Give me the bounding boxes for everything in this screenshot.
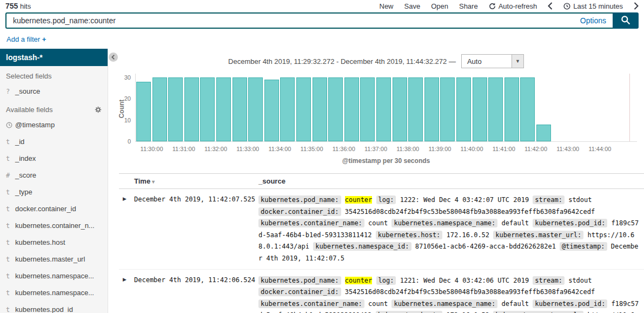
x-axis-tick-label: 11:33:00: [236, 146, 259, 152]
search-input[interactable]: [6, 16, 580, 25]
field-item-kubernetes.master_url[interactable]: tkubernetes.master_url: [0, 251, 108, 268]
top-nav: New Save Open Share Auto-refresh Last 15…: [380, 2, 639, 10]
field-key-badge: docker.container_id:: [258, 207, 341, 216]
gear-icon[interactable]: [95, 106, 102, 113]
histogram-bar[interactable]: [216, 77, 231, 141]
time-back-button[interactable]: [548, 2, 553, 10]
field-value: stdout: [568, 196, 592, 204]
x-axis-tick-label: 11:44:00: [588, 146, 611, 152]
field-item-kubernetes.pod_id[interactable]: tkubernetes.pod_id: [0, 301, 108, 313]
new-button[interactable]: New: [380, 2, 394, 10]
search-button[interactable]: [613, 12, 639, 29]
histogram-bar[interactable]: [536, 125, 551, 141]
field-item-_type[interactable]: t_type: [0, 184, 108, 200]
histogram-bar[interactable]: [296, 77, 311, 141]
time-picker-button[interactable]: Last 15 minutes: [563, 2, 623, 10]
open-button[interactable]: Open: [431, 2, 448, 10]
x-axis-tick-label: 11:37:00: [364, 146, 387, 152]
refresh-icon: [489, 3, 496, 10]
histogram-bar[interactable]: [504, 77, 519, 141]
field-item-kubernetes.namespace...[interactable]: tkubernetes.namespace...: [0, 284, 108, 301]
field-value: default: [502, 300, 529, 308]
field-item-kubernetes.namespace...[interactable]: tkubernetes.namespace...: [0, 268, 108, 284]
field-type-icon: t: [6, 205, 15, 213]
field-item-@timestamp[interactable]: @timestamp: [0, 116, 108, 133]
histogram-bar[interactable]: [520, 77, 535, 141]
field-type-icon: t: [6, 256, 15, 263]
add-filter-link[interactable]: Add a filter +: [6, 35, 46, 43]
field-type-icon: t: [6, 289, 15, 297]
field-key-badge: kubernetes.pod_name:: [258, 195, 341, 204]
field-key-badge: kubernetes.host:: [376, 231, 443, 239]
field-item-_score[interactable]: #_score: [0, 167, 108, 184]
x-axis-tick-label: 11:39:00: [428, 146, 451, 152]
field-name: docker.container_id: [15, 205, 76, 213]
field-type-icon: t: [6, 239, 15, 246]
save-button[interactable]: Save: [404, 2, 421, 10]
column-header-time[interactable]: Time▾: [134, 177, 258, 185]
options-link[interactable]: Options: [580, 16, 606, 25]
plus-icon: +: [42, 35, 47, 43]
field-value-highlighted: counter: [345, 196, 373, 204]
histogram-bar[interactable]: [393, 77, 407, 141]
x-axis-tick-label: 11:41:00: [493, 146, 515, 152]
field-value-highlighted: counter: [345, 277, 373, 284]
doc-table: Time▾ _source ▶December 4th 2019, 11:42:…: [119, 173, 644, 313]
time-forward-button[interactable]: [634, 2, 639, 10]
histogram-bar[interactable]: [200, 77, 215, 141]
field-value: 172.16.0.52: [447, 231, 489, 239]
x-axis-tick-label: 11:42:00: [525, 146, 547, 152]
field-value: 3542516d08cdb24f2b4f9c53be580048fb9a3088…: [345, 208, 595, 216]
histogram-bar[interactable]: [136, 82, 151, 141]
field-name: _source: [15, 87, 40, 95]
field-key-badge: kubernetes.host:: [376, 311, 443, 313]
histogram-bar[interactable]: [344, 77, 359, 141]
time-range-header: December 4th 2019, 11:29:32.272 - Decemb…: [228, 57, 456, 66]
index-pattern-selector[interactable]: logstash-*: [0, 49, 108, 66]
histogram-bar[interactable]: [440, 77, 455, 141]
available-fields-header: Available fields: [0, 100, 108, 116]
field-item-kubernetes.host[interactable]: tkubernetes.host: [0, 234, 108, 251]
expand-column-spacer: [119, 177, 134, 185]
histogram-bar[interactable]: [408, 77, 423, 141]
field-item-_id[interactable]: t_id: [0, 133, 108, 150]
auto-refresh-button[interactable]: Auto-refresh: [489, 2, 537, 10]
table-row: ▶December 4th 2019, 11:42:06.524kubernet…: [119, 270, 644, 313]
histogram-bar[interactable]: [264, 80, 279, 141]
field-item-_source[interactable]: ?_source: [0, 83, 108, 100]
histogram-bar[interactable]: [376, 77, 391, 141]
field-key-badge: log:: [376, 195, 396, 204]
expand-row-button[interactable]: ▶: [119, 275, 134, 313]
histogram-bar[interactable]: [488, 77, 503, 141]
histogram-bar[interactable]: [168, 77, 183, 141]
field-key-badge: kubernetes.master_url:: [493, 231, 583, 239]
interval-select[interactable]: Auto ▼: [461, 54, 524, 68]
x-axis-tick-label: 11:34:00: [268, 146, 291, 152]
field-key-badge: kubernetes.master_url:: [493, 311, 583, 313]
field-item-docker.container_id[interactable]: tdocker.container_id: [0, 200, 108, 217]
field-name: kubernetes.namespace...: [15, 272, 94, 280]
histogram-bar[interactable]: [184, 77, 199, 141]
collapse-sidebar-button[interactable]: [109, 53, 118, 62]
histogram-bar[interactable]: [152, 77, 167, 141]
histogram-bar[interactable]: [360, 77, 375, 141]
expand-row-button[interactable]: ▶: [119, 194, 134, 265]
histogram-bar[interactable]: [424, 77, 439, 141]
field-key-badge: stream:: [533, 195, 565, 204]
histogram-bar[interactable]: [456, 77, 471, 141]
field-item-kubernetes.container_n...[interactable]: tkubernetes.container_n...: [0, 217, 108, 234]
histogram-bar[interactable]: [248, 77, 263, 141]
field-type-icon: t: [6, 155, 15, 162]
histogram-bar[interactable]: [328, 77, 343, 141]
share-button[interactable]: Share: [459, 2, 478, 10]
field-key-badge: kubernetes.namespace_name:: [391, 299, 497, 308]
histogram-bar[interactable]: [233, 77, 247, 141]
chevron-left-icon: [548, 2, 553, 10]
add-filter-label: Add a filter: [6, 35, 40, 43]
histogram-bar[interactable]: [313, 77, 327, 141]
field-name: @timestamp: [15, 121, 55, 129]
histogram-bar[interactable]: [280, 77, 295, 141]
histogram-bar[interactable]: [473, 77, 487, 141]
x-axis-tick-label: 11:31:00: [172, 146, 195, 152]
field-item-_index[interactable]: t_index: [0, 150, 108, 167]
